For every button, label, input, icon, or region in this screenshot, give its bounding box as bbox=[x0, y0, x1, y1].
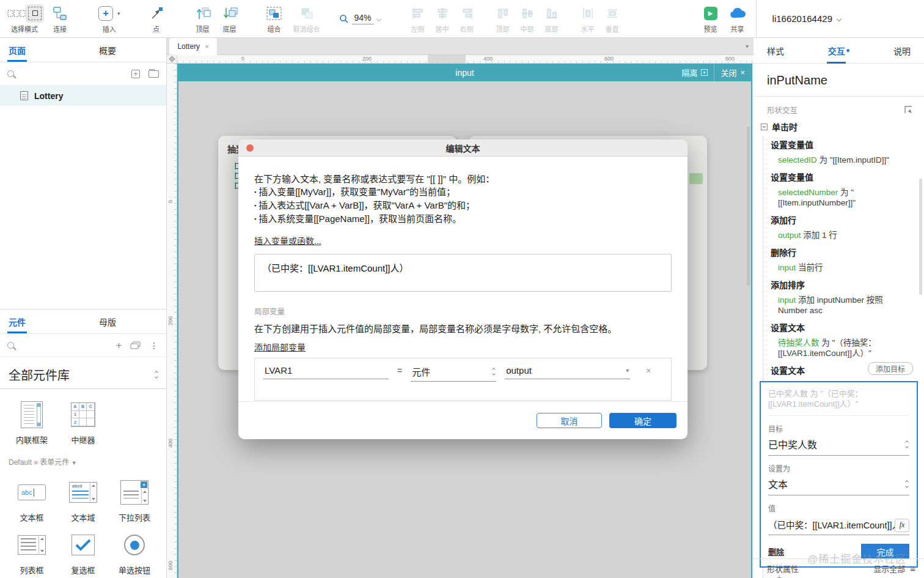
isolate-button[interactable]: 隔离 bbox=[681, 67, 708, 78]
fx-button[interactable]: fx bbox=[895, 519, 909, 532]
distribute-horizontal-icon bbox=[581, 4, 595, 23]
type-up-icon[interactable] bbox=[492, 368, 496, 371]
vertical-ruler: 0 200 400 600 bbox=[167, 64, 177, 578]
action-set-text-1[interactable]: 设置文本 bbox=[771, 321, 918, 333]
inspector-panel: 样式 交互 • 说明 inPutName 形状交互 − 单击时 设置变量值 se… bbox=[754, 38, 924, 578]
ruler-origin-icon[interactable] bbox=[167, 55, 177, 64]
insert-variable-link[interactable]: 插入变量或函数... bbox=[254, 234, 321, 246]
action-add-row[interactable]: 添加行 bbox=[771, 213, 918, 226]
action-detail-3[interactable]: output 添加 1 行 bbox=[778, 230, 911, 240]
value-input[interactable]: （已中奖：[[LVAR1.itemCount]]人） bbox=[768, 516, 895, 535]
local-var-name-input[interactable]: LVAR1 bbox=[263, 365, 389, 379]
isolation-header: input 隔离 关闭 × bbox=[177, 64, 752, 81]
account-menu[interactable]: li16620164429 bbox=[772, 13, 841, 24]
shape-properties-label[interactable]: 形状属性 bbox=[767, 563, 799, 574]
action-delete-row[interactable]: 删除行 bbox=[771, 246, 918, 258]
tab-close-icon[interactable]: × bbox=[205, 43, 208, 50]
tab-style[interactable]: 样式 bbox=[767, 38, 784, 64]
widget-item-radio[interactable]: 单选按钮 bbox=[109, 530, 160, 576]
preview-button[interactable]: ▶ 预览 bbox=[704, 2, 717, 36]
action-detail-1[interactable]: selectedID 为 "[[Item.inputID]]" bbox=[778, 155, 911, 165]
connect-button[interactable]: 连接 bbox=[53, 2, 67, 36]
widget-search-icon[interactable] bbox=[7, 342, 14, 349]
action-set-text-2[interactable]: 设置文本 添加目标 bbox=[771, 364, 918, 376]
section-form-widgets[interactable]: Default » 表单元件 ▼ bbox=[0, 449, 166, 467]
action-detail-6[interactable]: 待抽奖人数 为 "（待抽奖：[[LVAR1.itemCount]]人）" bbox=[778, 338, 911, 358]
action-set-variable-2[interactable]: 设置变量值 bbox=[771, 171, 918, 183]
zoom-magnifier-icon bbox=[339, 14, 349, 24]
library-down-icon[interactable] bbox=[155, 375, 158, 379]
page-item-lottery[interactable]: Lottery bbox=[0, 86, 166, 106]
zoom-control[interactable]: 94% bbox=[339, 13, 381, 24]
dialog-title: 编辑文本 bbox=[238, 142, 688, 154]
insert-button[interactable]: + ▾ 插入 bbox=[98, 2, 120, 36]
add-folder-icon[interactable] bbox=[148, 70, 159, 78]
tab-list-caret-icon[interactable]: ▾ bbox=[746, 43, 749, 50]
remove-local-var-icon[interactable]: × bbox=[646, 365, 651, 376]
canvas-tab-lottery[interactable]: Lottery × bbox=[169, 38, 217, 55]
select-widget-icon[interactable] bbox=[904, 105, 913, 114]
action-detail-2[interactable]: selectedNumber 为 "[[Item.inputNumber]]" bbox=[778, 187, 911, 208]
contain-select-icon[interactable] bbox=[28, 7, 42, 20]
widget-item-listbox[interactable]: 列表框 bbox=[6, 530, 57, 576]
group-icon bbox=[266, 4, 282, 23]
add-library-icon[interactable]: + bbox=[116, 340, 122, 351]
insert-caret-icon[interactable]: ▾ bbox=[117, 10, 120, 17]
widget-item-checkbox[interactable]: 复选框 bbox=[57, 530, 109, 576]
widget-name-field[interactable]: inPutName bbox=[754, 64, 924, 97]
library-stack-icon[interactable] bbox=[130, 341, 141, 349]
inspector-scrollbar[interactable] bbox=[919, 179, 922, 295]
point-button[interactable]: 点 bbox=[149, 2, 164, 36]
type-down-icon[interactable] bbox=[492, 372, 496, 376]
widget-item-droplist[interactable]: ▾ 下拉列表 bbox=[109, 478, 160, 523]
action-detail-5[interactable]: input 添加 inputNumber 按照 Number asc bbox=[778, 295, 911, 316]
widget-item-textarea[interactable]: abcd 文本域 bbox=[57, 478, 109, 523]
widget-item-textfield[interactable]: abc 文本框 bbox=[6, 478, 57, 523]
action-set-variable-1[interactable]: 设置变量值 bbox=[771, 138, 918, 150]
group-button[interactable]: 组合 bbox=[266, 2, 282, 36]
pages-search-row: + bbox=[0, 62, 166, 86]
text-value-input[interactable]: （已中奖：[[LVAR1.itemCount]]人） bbox=[254, 254, 672, 292]
add-target-button[interactable]: 添加目标 bbox=[868, 362, 913, 375]
align-right-button: 右侧 bbox=[460, 2, 474, 36]
ok-button[interactable]: 确定 bbox=[609, 413, 676, 428]
tab-widgets[interactable]: 元件 bbox=[0, 309, 34, 333]
widget-item-repeater[interactable]: ABC 1 2 中继器 bbox=[57, 400, 109, 445]
dialog-titlebar: 编辑文本 bbox=[238, 139, 688, 157]
local-var-type-select[interactable]: 元件 bbox=[411, 365, 496, 382]
tab-outline[interactable]: 概要 bbox=[90, 38, 125, 62]
share-button[interactable]: 共享 bbox=[728, 2, 747, 36]
library-header[interactable]: 全部元件库 bbox=[0, 357, 166, 389]
action-add-sort[interactable]: 添加排序 bbox=[771, 278, 918, 291]
zoom-caret-icon[interactable] bbox=[376, 16, 381, 21]
show-all-label[interactable]: 显示全部 bbox=[873, 563, 905, 574]
set-as-select[interactable]: 文本 bbox=[768, 473, 909, 495]
hamburger-icon[interactable]: ≡ bbox=[910, 563, 915, 574]
canvas-scrollbar[interactable] bbox=[747, 127, 750, 286]
delete-action-link[interactable]: 删除 bbox=[768, 546, 784, 557]
more-options-icon[interactable]: ⋮ bbox=[150, 341, 159, 350]
zoom-value[interactable]: 94% bbox=[352, 13, 374, 24]
share-cloud-icon bbox=[728, 4, 747, 23]
multi-select-icon[interactable] bbox=[7, 7, 26, 20]
library-up-icon[interactable] bbox=[155, 371, 158, 374]
local-var-target-select[interactable]: output ▾ bbox=[505, 365, 630, 379]
tab-masters[interactable]: 母版 bbox=[90, 309, 125, 333]
action-detail-4[interactable]: input 当前行 bbox=[778, 262, 911, 273]
cancel-button[interactable]: 取消 bbox=[537, 413, 602, 428]
widget-item-iframe[interactable]: 内联框架 bbox=[6, 400, 57, 445]
select-mode-button[interactable]: 选择模式 bbox=[7, 2, 42, 36]
search-icon[interactable] bbox=[7, 70, 14, 77]
add-page-icon[interactable]: + bbox=[131, 70, 140, 78]
close-isolation-button[interactable]: 关闭 × bbox=[721, 67, 745, 78]
tab-notes[interactable]: 说明 bbox=[893, 38, 911, 64]
event-onclick[interactable]: − 单击时 bbox=[760, 120, 918, 133]
target-select[interactable]: 已中奖人数 bbox=[768, 434, 909, 456]
collapse-icon[interactable]: − bbox=[761, 124, 768, 130]
send-to-back-button[interactable]: 底层 bbox=[222, 2, 238, 36]
tab-pages[interactable]: 页面 bbox=[0, 38, 34, 62]
widgets-tabs: 元件 母版 bbox=[0, 309, 166, 334]
add-local-var-link[interactable]: 添加局部变量 bbox=[254, 341, 306, 353]
bring-to-front-button[interactable]: 顶层 bbox=[195, 2, 211, 36]
tab-interactions[interactable]: 交互 • bbox=[828, 38, 850, 64]
